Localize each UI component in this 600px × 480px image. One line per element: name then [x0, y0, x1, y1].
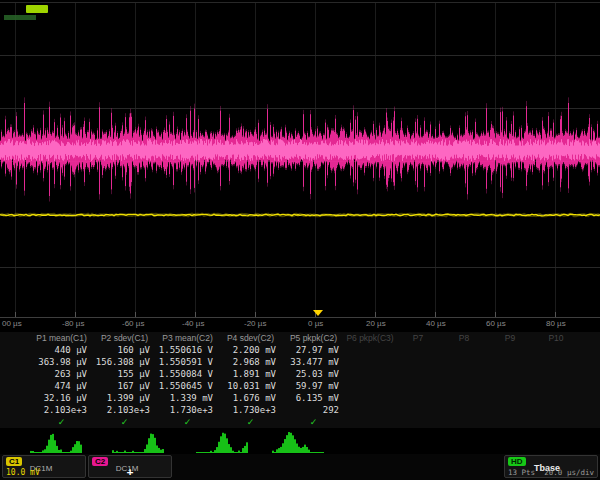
meas-header-p1[interactable]: P1 mean(C1)	[30, 332, 93, 345]
timebase-points: 13 Pts	[508, 467, 535, 478]
meas-status-p3: ✓	[156, 417, 219, 428]
meas-spacer	[0, 417, 30, 428]
meas-header-p7[interactable]: P7	[395, 332, 441, 345]
meas-value-p10	[533, 381, 579, 393]
meas-value-p4: 2.200 mV	[219, 345, 282, 357]
meas-value-p1: 32.16 µV	[30, 393, 93, 405]
meas-value-p6	[345, 405, 395, 417]
meas-value-p6	[345, 381, 395, 393]
meas-value-p5: 292	[282, 405, 345, 417]
oscilloscope-screen: 00 µs-80 µs-60 µs-40 µs-20 µs0 µs20 µs40…	[0, 0, 600, 480]
meas-value-p7	[395, 357, 441, 369]
waveform-canvas	[0, 0, 600, 318]
meas-value-p3: 1.730e+3	[156, 405, 219, 417]
measurement-table: P1 mean(C1)P2 sdev(C1)P3 mean(C2)P4 sdev…	[0, 332, 600, 428]
meas-value-p9	[487, 369, 533, 381]
meas-value-p3: 1.550084 V	[156, 369, 219, 381]
meas-value-p3: 1.550645 V	[156, 381, 219, 393]
meas-header-p5[interactable]: P5 pkpk(C2)	[282, 332, 345, 345]
meas-value-p4: 1.676 mV	[219, 393, 282, 405]
meas-spacer	[0, 345, 30, 357]
meas-value-p9	[487, 393, 533, 405]
time-tick-label: 40 µs	[426, 319, 446, 328]
meas-value-p7	[395, 345, 441, 357]
meas-value-p3: 1.339 mV	[156, 393, 219, 405]
meas-value-p10	[533, 357, 579, 369]
meas-status-p8	[441, 417, 487, 428]
meas-spacer	[0, 369, 30, 381]
meas-spacer	[0, 357, 30, 369]
meas-status-p5: ✓	[282, 417, 345, 428]
meas-value-p2: 2.103e+3	[93, 405, 156, 417]
meas-value-p6	[345, 369, 395, 381]
meas-value-p8	[441, 369, 487, 381]
meas-value-p7	[395, 393, 441, 405]
meas-value-p3: 1.550591 V	[156, 357, 219, 369]
add-trace-button[interactable]: +	[92, 467, 168, 478]
meas-value-p7	[395, 381, 441, 393]
meas-value-p1: 363.98 µV	[30, 357, 93, 369]
meas-spacer	[0, 381, 30, 393]
top-left-badge	[26, 5, 48, 13]
time-tick-label: -40 µs	[182, 319, 204, 328]
meas-header-p2[interactable]: P2 sdev(C1)	[93, 332, 156, 345]
time-tick-label: -60 µs	[122, 319, 144, 328]
top-left-indicator	[4, 15, 36, 20]
meas-value-p4: 2.968 mV	[219, 357, 282, 369]
time-tick-label: -80 µs	[62, 319, 84, 328]
meas-header-p9[interactable]: P9	[487, 332, 533, 345]
meas-header-p4[interactable]: P4 sdev(C2)	[219, 332, 282, 345]
meas-value-p10	[533, 405, 579, 417]
meas-value-p7	[395, 405, 441, 417]
meas-header-p6[interactable]: P6 pkpk(C3)	[345, 332, 395, 345]
meas-header-p3[interactable]: P3 mean(C2)	[156, 332, 219, 345]
time-tick-label: 20 µs	[366, 319, 386, 328]
meas-value-p8	[441, 405, 487, 417]
meas-value-p6	[345, 393, 395, 405]
meas-row-label-column	[0, 332, 30, 345]
waveform-display[interactable]: 00 µs-80 µs-60 µs-40 µs-20 µs0 µs20 µs40…	[0, 0, 600, 332]
meas-value-p1: 2.103e+3	[30, 405, 93, 417]
descriptor-bar: C1 DC1M 10.0 mV C2 DC1M + HD Tbase 13 Pt…	[0, 454, 600, 480]
meas-header-p8[interactable]: P8	[441, 332, 487, 345]
meas-spacer	[0, 405, 30, 417]
c1-chip: C1	[6, 457, 22, 466]
meas-value-p2: 160 µV	[93, 345, 156, 357]
timebase-descriptor-box[interactable]: HD Tbase 13 Pts 20.0 µs/div	[504, 455, 598, 478]
time-tick-label: 80 µs	[546, 319, 566, 328]
meas-status-p4: ✓	[219, 417, 282, 428]
meas-value-p5: 6.135 mV	[282, 393, 345, 405]
meas-status-p2: ✓	[93, 417, 156, 428]
meas-status-p6	[345, 417, 395, 428]
meas-status-p1: ✓	[30, 417, 93, 428]
meas-value-p6	[345, 357, 395, 369]
timebase-scale: 20.0 µs/div	[544, 467, 594, 478]
time-tick-label: 60 µs	[486, 319, 506, 328]
meas-value-p6	[345, 345, 395, 357]
meas-value-p9	[487, 381, 533, 393]
meas-value-p5: 33.477 mV	[282, 357, 345, 369]
c2-descriptor-box[interactable]: C2 DC1M +	[88, 455, 172, 478]
meas-value-p4: 1.730e+3	[219, 405, 282, 417]
c1-descriptor-box[interactable]: C1 DC1M 10.0 mV	[2, 455, 86, 478]
meas-value-p9	[487, 345, 533, 357]
meas-value-p5: 59.97 mV	[282, 381, 345, 393]
meas-value-p5: 27.97 mV	[282, 345, 345, 357]
meas-value-p8	[441, 381, 487, 393]
hd-badge: HD	[508, 457, 526, 466]
meas-value-p2: 155 µV	[93, 369, 156, 381]
meas-value-p8	[441, 357, 487, 369]
meas-header-p10[interactable]: P10	[533, 332, 579, 345]
meas-value-p4: 10.031 mV	[219, 381, 282, 393]
meas-status-p7	[395, 417, 441, 428]
meas-status-p9	[487, 417, 533, 428]
time-tick-label: 0 µs	[308, 319, 323, 328]
meas-status-p10	[533, 417, 579, 428]
meas-value-p10	[533, 345, 579, 357]
meas-value-p1: 263 µV	[30, 369, 93, 381]
histicon-strip	[0, 428, 600, 454]
meas-value-p2: 167 µV	[93, 381, 156, 393]
time-tick-label: 00 µs	[2, 319, 22, 328]
meas-value-p3: 1.550616 V	[156, 345, 219, 357]
time-tick-label: -20 µs	[244, 319, 266, 328]
